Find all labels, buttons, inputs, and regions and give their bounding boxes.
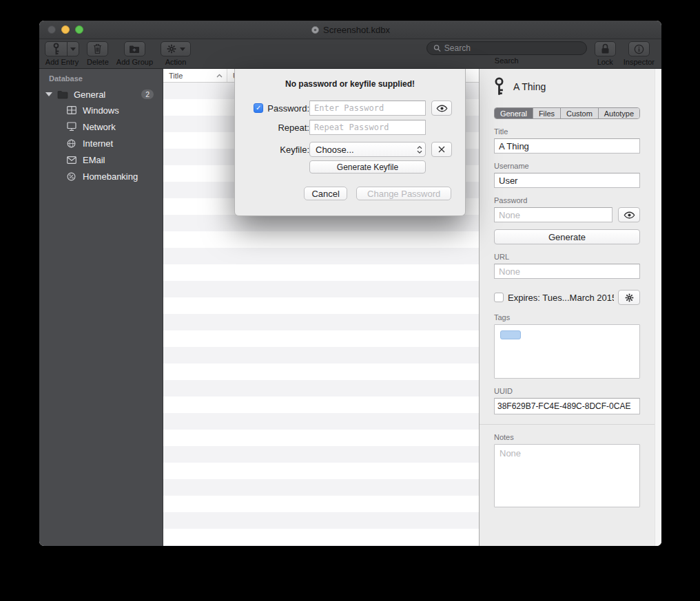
sidebar-item-homebanking[interactable]: Homebanking	[39, 168, 163, 184]
search-field[interactable]	[426, 41, 587, 55]
lock-icon	[601, 43, 610, 54]
key-icon	[494, 77, 504, 96]
sheet-message: No password or keyfile supplied!	[235, 79, 465, 89]
sidebar-item-general[interactable]: General 2	[39, 87, 163, 102]
clear-keyfile-button[interactable]	[431, 142, 452, 157]
uuid-field[interactable]	[494, 398, 640, 414]
sheet-buttons: Cancel Change Password	[304, 187, 451, 200]
expires-row: Expires: Tues...March 2015	[494, 290, 640, 305]
add-entry-dropdown[interactable]	[68, 42, 79, 56]
tab-files[interactable]: Files	[533, 108, 561, 118]
key-icon	[52, 43, 60, 56]
reveal-password-button[interactable]	[431, 101, 452, 116]
sidebar-item-windows[interactable]: Windows	[39, 102, 163, 118]
inspector-button[interactable]	[628, 41, 650, 56]
entry-count-badge: 2	[141, 89, 154, 99]
toolbar-item-add-group: Add Group	[116, 41, 153, 66]
notes-field[interactable]	[494, 444, 640, 507]
toolbar-item-action: Action	[161, 41, 191, 66]
sidebar-item-network[interactable]: Network	[39, 118, 163, 135]
sidebar-section-database: Database	[39, 74, 163, 87]
zoom-button[interactable]	[75, 25, 83, 34]
add-group-button[interactable]	[124, 41, 145, 56]
inspector-panel: A Thing General Files Custom Autotype Ti…	[479, 69, 661, 546]
sidebar-item-label: Network	[83, 122, 116, 132]
repeat-label: Repeat:	[278, 123, 309, 133]
reveal-password-button[interactable]	[618, 207, 640, 222]
url-field[interactable]	[494, 264, 640, 279]
window-title: Screenshot.kdbx	[323, 25, 390, 35]
column-header-title[interactable]: Title	[163, 69, 227, 82]
close-icon	[438, 145, 446, 154]
cancel-button[interactable]: Cancel	[304, 187, 347, 200]
disclosure-triangle-icon[interactable]	[45, 92, 52, 96]
repeat-input[interactable]	[309, 120, 426, 135]
tags-box[interactable]	[494, 324, 640, 379]
tags-label: Tags	[494, 313, 640, 321]
chevron-down-icon	[180, 48, 185, 51]
generate-keyfile-button[interactable]: Generate Keyfile	[309, 160, 426, 173]
password-row: ✓ Password:	[235, 101, 465, 116]
titlebar[interactable]: Screenshot.kdbx	[39, 21, 661, 39]
tag-chip[interactable]	[500, 330, 521, 339]
entry-title: A Thing	[513, 81, 546, 92]
toolbar-item-inspector: Inspector	[624, 41, 655, 66]
expires-checkbox[interactable]	[494, 293, 504, 302]
sidebar-item-label: Homebanking	[83, 171, 138, 182]
close-button[interactable]	[48, 25, 56, 34]
inspector-label: Inspector	[624, 58, 655, 66]
info-icon	[634, 44, 644, 54]
inspector-scrollbar[interactable]	[655, 69, 661, 546]
username-field-label: Username	[494, 162, 640, 170]
add-group-label: Add Group	[116, 58, 153, 66]
username-field[interactable]	[494, 173, 640, 188]
gear-icon	[625, 293, 634, 302]
chevron-down-icon	[70, 48, 76, 51]
title-field[interactable]	[494, 138, 640, 154]
password-input[interactable]	[309, 101, 426, 116]
toolbar: Add Entry Delete Add Group	[39, 39, 661, 69]
title-field-label: Title	[494, 127, 640, 136]
delete-button[interactable]	[87, 41, 108, 56]
traffic-lights	[48, 25, 83, 34]
toolbar-item-delete: Delete	[87, 41, 109, 66]
inspector-divider	[480, 424, 661, 425]
action-button[interactable]	[161, 41, 191, 56]
toolbar-item-add-entry: Add Entry	[45, 41, 79, 66]
add-entry-label: Add Entry	[45, 58, 79, 66]
generate-password-button[interactable]: Generate	[494, 229, 640, 244]
sidebar-item-email[interactable]: EMail	[39, 151, 163, 168]
tab-custom[interactable]: Custom	[561, 108, 599, 118]
expires-settings-button[interactable]	[618, 290, 640, 305]
sidebar-item-internet[interactable]: Internet	[39, 135, 163, 151]
sidebar: Database General 2	[39, 69, 163, 546]
lock-button[interactable]	[595, 41, 616, 56]
password-field-label: Password	[494, 196, 640, 204]
repeat-row: Repeat:	[235, 120, 465, 135]
eye-icon	[624, 211, 635, 219]
tab-general[interactable]: General	[495, 108, 533, 118]
search-input[interactable]	[444, 43, 580, 53]
password-checkbox[interactable]: ✓	[254, 103, 263, 113]
keyfile-dropdown[interactable]: Choose...	[309, 142, 426, 157]
sidebar-item-label: Windows	[83, 105, 119, 116]
add-entry-button[interactable]	[45, 42, 68, 56]
search-icon	[433, 44, 441, 52]
minimize-button[interactable]	[61, 25, 70, 34]
tab-autotype[interactable]: Autotype	[599, 108, 639, 118]
windows-icon	[67, 106, 76, 114]
eye-icon	[436, 105, 448, 112]
column-label: Title	[169, 72, 183, 80]
url-field-label: URL	[494, 253, 640, 261]
sidebar-item-label: EMail	[83, 155, 105, 165]
expires-label: Expires: Tues...March 2015	[508, 293, 614, 303]
inspector-tabs: General Files Custom Autotype	[494, 107, 640, 119]
trash-icon	[93, 43, 102, 54]
change-password-button[interactable]: Change Password	[356, 187, 451, 200]
uuid-label: UUID	[494, 387, 640, 395]
notes-label: Notes	[494, 433, 640, 441]
network-icon	[67, 122, 76, 131]
lock-label: Lock	[597, 58, 613, 66]
password-field[interactable]	[494, 207, 612, 222]
keyfile-row: Keyfile: Choose...	[235, 142, 465, 157]
